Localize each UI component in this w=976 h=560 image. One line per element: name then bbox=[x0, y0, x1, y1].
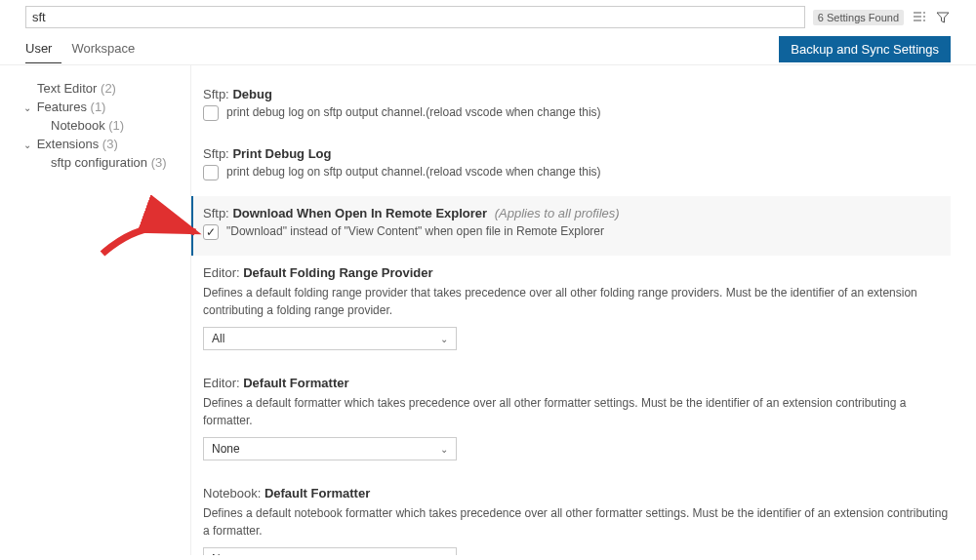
setting-sftp-debug: Sftp: Debug print debug log on sftp outp… bbox=[203, 77, 951, 137]
chevron-down-icon: ⌄ bbox=[23, 102, 33, 113]
tab-user[interactable]: User bbox=[25, 35, 61, 63]
checkbox-sftp-print-debug-log[interactable] bbox=[203, 165, 219, 180]
checkbox-sftp-download[interactable] bbox=[203, 224, 219, 240]
sidebar-item-text-editor[interactable]: Text Editor (2) bbox=[37, 79, 190, 98]
setting-desc: Defines a default formatter which takes … bbox=[203, 394, 951, 429]
setting-desc: "Download" instead of "View Content" whe… bbox=[226, 224, 604, 238]
chevron-down-icon: ⌄ bbox=[440, 554, 448, 556]
sidebar: Text Editor (2) ⌄ Features (1) Notebook … bbox=[0, 65, 191, 555]
setting-sftp-download: Sftp: Download When Open In Remote Explo… bbox=[191, 196, 951, 256]
setting-sftp-print-debug-log: Sftp: Print Debug Log print debug log on… bbox=[203, 137, 951, 196]
tabs-row: User Workspace Backup and Sync Settings bbox=[0, 34, 976, 65]
tab-workspace[interactable]: Workspace bbox=[71, 35, 144, 63]
select-folding[interactable]: All ⌄ bbox=[203, 327, 457, 350]
chevron-down-icon: ⌄ bbox=[440, 334, 448, 344]
settings-list-icon[interactable] bbox=[912, 10, 927, 25]
setting-editor-formatter: Editor: Default Formatter Defines a defa… bbox=[203, 366, 951, 476]
checkbox-sftp-debug[interactable] bbox=[203, 105, 219, 121]
sidebar-item-features[interactable]: ⌄ Features (1) bbox=[23, 98, 190, 116]
setting-desc: Defines a default notebook formatter whi… bbox=[203, 504, 951, 540]
content: Text Editor (2) ⌄ Features (1) Notebook … bbox=[0, 65, 976, 555]
chevron-down-icon: ⌄ bbox=[23, 140, 33, 150]
sidebar-item-extensions[interactable]: ⌄ Extensions (3) bbox=[23, 135, 190, 153]
settings-found-badge: 6 Settings Found bbox=[813, 10, 904, 25]
backup-sync-button[interactable]: Backup and Sync Settings bbox=[779, 36, 951, 62]
settings-main: Sftp: Debug print debug log on sftp outp… bbox=[191, 65, 976, 555]
filter-icon[interactable] bbox=[935, 10, 951, 25]
sidebar-item-notebook[interactable]: Notebook (1) bbox=[51, 116, 190, 135]
setting-editor-folding: Editor: Default Folding Range Provider D… bbox=[203, 256, 951, 366]
setting-notebook-formatter: Notebook: Default Formatter Defines a de… bbox=[203, 476, 951, 555]
chevron-down-icon: ⌄ bbox=[440, 444, 448, 455]
sidebar-item-sftp-config[interactable]: sftp configuration (3) bbox=[51, 153, 190, 172]
setting-desc: print debug log on sftp output channel.(… bbox=[226, 165, 601, 179]
select-formatter[interactable]: None ⌄ bbox=[203, 437, 457, 460]
top-bar: 6 Settings Found bbox=[0, 0, 976, 34]
setting-desc: print debug log on sftp output channel.(… bbox=[226, 105, 601, 119]
select-nb-formatter[interactable]: None ⌄ bbox=[203, 547, 457, 555]
settings-search-input[interactable] bbox=[25, 6, 805, 28]
setting-desc: Defines a default folding range provider… bbox=[203, 284, 951, 319]
